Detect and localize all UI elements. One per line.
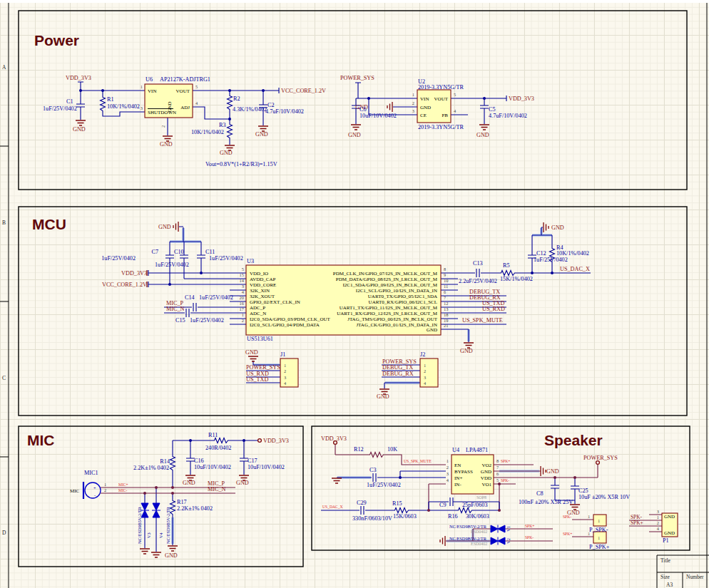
u3-ref[interactable]: U3 — [247, 258, 254, 264]
mic-plus-sign: + — [93, 485, 96, 490]
svg-text:UART0_TX/GPIO_05/I2C1_SDA: UART0_TX/GPIO_05/I2C1_SDA — [368, 294, 437, 299]
net-label-vcc-core: VCC_CORE_1.2V — [102, 282, 147, 288]
u2-part[interactable]: 2019-3.3YN5G/TR — [418, 84, 464, 91]
r4-val: 10K/1%/0402 — [556, 250, 589, 257]
svg-text:UART1_TX/GPIO_11/I2S_IN_MCLK_O: UART1_TX/GPIO_11/I2S_IN_MCLK_OUT_M — [340, 305, 438, 311]
mic-box — [19, 426, 303, 567]
svg-text:2: 2 — [160, 125, 165, 128]
svg-text:DEBUG_TX: DEBUG_TX — [382, 364, 413, 371]
svg-text:VOUT: VOUT — [176, 88, 190, 94]
tvs-v4[interactable] — [152, 503, 160, 517]
u6-ref[interactable]: U6 — [146, 76, 153, 83]
r1-ref: R1 — [107, 96, 114, 103]
c13-ref: C13 — [473, 260, 483, 267]
u4-package: SOP8 — [476, 495, 486, 500]
c9-ref: C9 — [439, 502, 447, 508]
svg-text:32K_XOUT: 32K_XOUT — [250, 294, 275, 299]
net-label-mic-n: MIC_N — [166, 306, 185, 312]
mic1-symbol[interactable]: + - — [83, 482, 101, 499]
power-section: Power U6 — [19, 11, 687, 190]
svg-text:4: 4 — [454, 108, 456, 113]
mic-labels[interactable]: MIC1 MIC 1 2 MIC+ MIC- MIC_P MIC_N VDD_3… — [70, 432, 289, 559]
j1-ref[interactable]: J1 — [280, 351, 285, 358]
v1-ref: V1 — [506, 526, 511, 532]
c17-val: 10uF/10V/0402 — [248, 464, 285, 470]
j1-body[interactable] — [280, 359, 298, 387]
svg-text:3: 3 — [284, 375, 286, 380]
pspk-plus-ref: P_SPK+ — [589, 544, 610, 550]
svg-text:VO1: VO1 — [481, 482, 491, 488]
svg-text:3: 3 — [424, 375, 426, 380]
p1-gnd-top: GND — [664, 514, 675, 520]
svg-text:3: 3 — [242, 284, 244, 289]
title-block: Title Size A3 Number — [657, 555, 709, 588]
svg-text:VOUT: VOUT — [434, 96, 449, 102]
number-label: Number — [686, 574, 704, 580]
mic1-label: MIC — [70, 488, 80, 494]
c5-ref: C5 — [489, 106, 496, 113]
v2-part: NC/ESD9B5V-2/TR — [449, 536, 487, 541]
row-letter-c: C — [2, 375, 6, 381]
svg-text:GND: GND — [420, 105, 431, 110]
u3-footer[interactable]: US513U61 — [247, 336, 273, 342]
svg-text:8: 8 — [496, 458, 499, 463]
net-label-spk-plus: SPK+ — [525, 524, 534, 528]
row-letter-a: A — [2, 64, 6, 71]
svg-text:GPIO_02/EXT_CLK_IN: GPIO_02/EXT_CLK_IN — [250, 299, 300, 305]
schematic-canvas[interactable]: A B C D Title Size A3 Number Power — [0, 0, 709, 588]
svg-text:6: 6 — [496, 471, 499, 476]
svg-text:2: 2 — [284, 368, 286, 373]
j1-net-labels[interactable]: POWER_SYS US_RXD US_TXD — [246, 364, 280, 383]
tvs-v2[interactable] — [491, 537, 505, 545]
net-label-us-rxd: US_RXD — [482, 306, 505, 312]
r16-val: 30K/0603 — [466, 513, 489, 520]
r11-val: 240R/0402 — [205, 445, 231, 451]
r1-val: 10K/1%/0402 — [107, 103, 140, 110]
mcu-title: MCU — [32, 216, 66, 232]
c10-val: 1uF/25V/0402 — [155, 262, 189, 268]
r14-ref: R14 — [160, 458, 170, 465]
j2-ref[interactable]: J2 — [420, 351, 425, 358]
net-label-spk-plus: SPK+ — [631, 520, 643, 526]
gnd-label: GND — [245, 349, 258, 356]
r17-ref: R17 — [177, 499, 187, 505]
svg-text:4: 4 — [447, 478, 449, 483]
u2-part-footer[interactable]: 2019-3.3YN5G/TR — [418, 124, 464, 130]
tvs-v1[interactable] — [491, 525, 505, 533]
svg-text:2: 2 — [424, 368, 426, 373]
u6-part[interactable]: AP2127K-ADJTRG1 — [160, 76, 210, 83]
c6-val: 10uF/10V/0402 — [359, 113, 397, 119]
gnd-label: GND — [73, 126, 86, 133]
u4-ref[interactable]: U4 — [452, 447, 459, 453]
svg-text:VDD: VDD — [481, 475, 491, 481]
svg-text:1: 1 — [284, 363, 286, 368]
svg-text:3: 3 — [141, 105, 143, 110]
c17-ref: C17 — [248, 458, 257, 464]
svg-text:20: 20 — [240, 295, 244, 300]
power-sys-port-circle[interactable] — [596, 461, 600, 465]
mic-minus-sign: - — [94, 492, 96, 497]
svg-text:10: 10 — [444, 278, 448, 283]
net-label-power-sys: POWER_SYS — [583, 455, 618, 461]
svg-text:5: 5 — [242, 267, 244, 272]
schematic-sheet: A B C D Title Size A3 Number Power — [0, 0, 709, 588]
svg-text:VIN: VIN — [420, 96, 429, 102]
c2-ref: C2 — [267, 102, 275, 108]
svg-text:16: 16 — [240, 301, 244, 306]
net-label-mic-plus: MIC+ — [118, 483, 128, 487]
svg-text:7: 7 — [496, 465, 499, 470]
svg-text:5: 5 — [454, 92, 456, 97]
svg-text:FB: FB — [442, 113, 448, 118]
j2-body[interactable] — [420, 359, 438, 387]
gnd-label: GND — [183, 480, 195, 486]
vdd-port-circle[interactable] — [258, 439, 262, 443]
pspk-minus-ref: P_SPK- — [589, 527, 608, 533]
svg-text:EN: EN — [454, 463, 461, 468]
pspk-plus-pin-inner: 1 — [598, 535, 600, 540]
j2-net-labels[interactable]: POWER_SYS DEBUG_TX DEBUG_RX — [382, 359, 417, 377]
speaker-labels[interactable]: VDD_3V3 POWER_SYS US_SPK_MUTE US_DAC_X S… — [321, 435, 675, 550]
c10-ref: C10 — [174, 249, 184, 255]
svg-text:3: 3 — [447, 471, 449, 476]
u4-part[interactable]: LPA4871 — [466, 447, 488, 453]
v2-package: ESD0402 — [471, 542, 487, 546]
